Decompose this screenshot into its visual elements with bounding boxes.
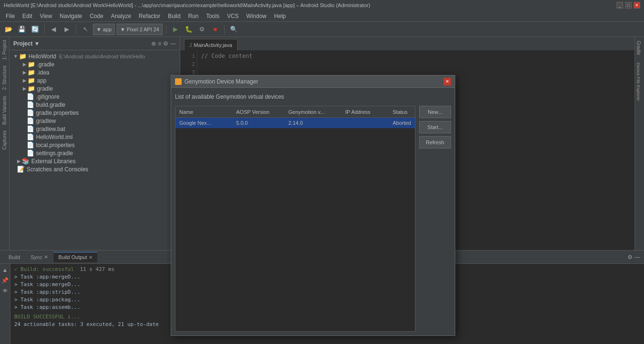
- device-aosp-0: 5.0.0: [232, 119, 285, 127]
- tree-idea-folder[interactable]: ▶ 📁 .idea: [9, 68, 180, 76]
- stop-button[interactable]: ■: [210, 24, 221, 35]
- toolbar: 📂 💾 🔄 ◀ ▶ ↖ ▼ app ▼ Pixel 2 API 24 ▶ 🐛 ⚙…: [0, 22, 644, 37]
- sidebar-locate-icon[interactable]: ⊕: [151, 40, 156, 47]
- device-row-0[interactable]: Google Nex... 5.0.0 2.14.0 Aborted: [175, 118, 415, 128]
- tree-scratches[interactable]: 📝 Scratches and Consoles: [9, 165, 180, 173]
- helloworld-iml-icon: 📄: [27, 133, 34, 140]
- menu-edit[interactable]: Edit: [18, 12, 36, 20]
- refresh-button[interactable]: Refresh: [419, 136, 451, 149]
- build-output-tab-close[interactable]: ✕: [89, 255, 92, 260]
- dialog-title-label: Genymotion Device Manager: [184, 78, 258, 85]
- tree-gradle-folder[interactable]: ▶ 📁 .gradle: [9, 60, 180, 68]
- dialog-close-button[interactable]: ✕: [443, 78, 451, 85]
- app-selector[interactable]: ▼ app: [93, 24, 115, 35]
- genymotion-icon: [175, 78, 182, 85]
- tree-arrow-gradle2: ▶: [23, 86, 27, 91]
- local-props-icon: 📄: [27, 141, 34, 149]
- tree-gitignore[interactable]: 📄 .gitignore: [9, 93, 180, 101]
- structure-tab[interactable]: 2: Structure: [1, 63, 8, 93]
- menu-run[interactable]: Run: [184, 12, 202, 20]
- tree-arrow-root: ▼: [13, 54, 18, 59]
- build-tab-label: Build: [9, 254, 20, 260]
- project-tab[interactable]: 1: Project: [1, 37, 8, 63]
- tree-gradlew-bat[interactable]: 📄 gradlew.bat: [9, 125, 180, 133]
- col-header-geny: Genymotion v...: [285, 106, 341, 117]
- menu-code[interactable]: Code: [86, 12, 107, 20]
- idea-folder-icon: 📁: [28, 69, 35, 76]
- device-selector[interactable]: ▼ Pixel 2 API 24: [117, 24, 162, 35]
- genymotion-dialog[interactable]: Genymotion Device Manager ✕ List of avai…: [171, 75, 455, 336]
- toolbar-cursor[interactable]: ↖: [80, 24, 91, 35]
- tree-build-gradle[interactable]: 📄 build.gradle: [9, 101, 180, 109]
- filter-icon[interactable]: 👁: [1, 287, 9, 295]
- ext-libs-icon: 📚: [22, 158, 29, 165]
- sync-tab[interactable]: Sync ✕: [26, 252, 52, 262]
- toolbar-save[interactable]: 💾: [16, 24, 28, 35]
- toolbar-search[interactable]: 🔍: [228, 24, 239, 35]
- col-header-aosp: AOSP Version: [232, 106, 285, 117]
- tree-settings-gradle[interactable]: 📄 settings.gradle: [9, 149, 180, 157]
- close-button[interactable]: ✕: [634, 2, 640, 9]
- menu-help[interactable]: Help: [270, 12, 290, 20]
- build-tab[interactable]: Build: [4, 252, 25, 262]
- tree-helloworld-iml[interactable]: 📄 HelloWorld.iml: [9, 133, 180, 141]
- toolbar-open-file[interactable]: 📂: [3, 24, 14, 35]
- tree-gradlew-bat-label: gradlew.bat: [36, 126, 65, 132]
- window-controls: _ □ ✕: [616, 2, 640, 9]
- toolbar-back[interactable]: ◀: [48, 24, 59, 35]
- menu-build[interactable]: Build: [164, 12, 184, 20]
- menu-file[interactable]: File: [2, 12, 18, 20]
- pin-icon[interactable]: 📌: [1, 276, 9, 285]
- gradle-tab[interactable]: Gradle: [635, 37, 642, 59]
- tree-gradle-props[interactable]: 📄 gradle.properties: [9, 109, 180, 117]
- sidebar-minimize-icon[interactable]: —: [170, 40, 176, 47]
- new-device-button[interactable]: New...: [419, 106, 451, 118]
- build-time: 11 s 427 ms: [80, 266, 114, 272]
- bottom-settings-icon[interactable]: ⚙: [627, 254, 633, 260]
- tree-app-label: app: [37, 77, 46, 84]
- tree-helloworld-iml-label: HelloWorld.iml: [36, 134, 73, 140]
- tree-app-folder[interactable]: ▶ 📁 app: [9, 76, 180, 84]
- sidebar-settings-icon[interactable]: ⚙: [163, 40, 168, 47]
- menu-refactor[interactable]: Refactor: [135, 12, 164, 20]
- tree-gradlew[interactable]: 📄 gradlew: [9, 117, 180, 125]
- tree-gradle-props-label: gradle.properties: [36, 110, 79, 116]
- tree-local-props[interactable]: 📄 local.properties: [9, 141, 180, 149]
- menu-vcs[interactable]: VCS: [223, 12, 243, 20]
- menu-analyze[interactable]: Analyze: [107, 12, 135, 20]
- scratches-icon: 📝: [17, 166, 25, 173]
- device-file-explorer-tab[interactable]: Device File Explorer: [635, 59, 642, 105]
- build-output-tab[interactable]: Build Output ✕: [54, 252, 98, 262]
- menu-window[interactable]: Window: [242, 12, 270, 20]
- tree-gradle2-folder[interactable]: ▶ 📁 gradle: [9, 84, 180, 93]
- right-panel: Gradle Device File Explorer: [635, 37, 644, 250]
- sync-tab-close[interactable]: ✕: [44, 254, 48, 260]
- minimize-button[interactable]: _: [616, 2, 623, 9]
- toolbar-sync[interactable]: 🔄: [29, 24, 41, 35]
- table-header: Name AOSP Version Genymotion v... IP Add…: [175, 106, 415, 118]
- toolbar-sep-2: [76, 25, 76, 34]
- debug-button[interactable]: 🐛: [183, 24, 194, 35]
- dialog-title: Genymotion Device Manager: [175, 78, 258, 85]
- editor-tab-main[interactable]: J MainActivity.java: [184, 39, 238, 50]
- tree-settings-gradle-label: settings.gradle: [36, 150, 73, 157]
- build-variants-tab[interactable]: Build Variants: [1, 93, 8, 128]
- project-sidebar: Project ▼ ⊕ ≡ ⚙ — ▼ 📁 HelloWorld E:\Andr…: [9, 37, 180, 250]
- tree-arrow-extlibs: ▶: [17, 158, 21, 164]
- sidebar-collapse-icon[interactable]: ≡: [158, 40, 161, 47]
- menu-tools[interactable]: Tools: [202, 12, 223, 20]
- run-button[interactable]: ▶: [170, 24, 181, 35]
- start-device-button[interactable]: Start...: [419, 121, 451, 133]
- toolbar-forward[interactable]: ▶: [61, 24, 73, 35]
- maximize-button[interactable]: □: [625, 2, 632, 9]
- tree-root-helloworld[interactable]: ▼ 📁 HelloWorld E:\Android studio\Android…: [9, 52, 180, 60]
- captures-tab[interactable]: Captures: [1, 128, 8, 153]
- bottom-close-icon[interactable]: —: [635, 254, 640, 260]
- dialog-body: List of available Genymotion virtual dev…: [171, 88, 455, 335]
- gradlew-bat-icon: 📄: [27, 125, 34, 132]
- expand-tasks-icon[interactable]: ▲: [1, 266, 9, 274]
- menu-view[interactable]: View: [36, 12, 56, 20]
- tree-external-libs[interactable]: ▶ 📚 External Libraries: [9, 157, 180, 165]
- menu-navigate[interactable]: Navigate: [56, 12, 86, 20]
- attach-debugger[interactable]: ⚙: [196, 24, 208, 35]
